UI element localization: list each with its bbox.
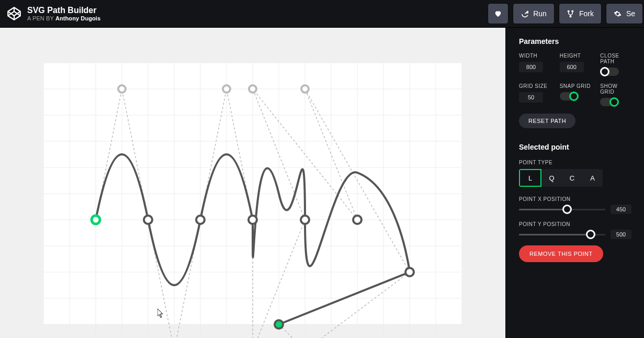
- snap-grid-toggle[interactable]: [560, 92, 579, 100]
- heart-icon: [494, 9, 502, 18]
- svg-canvas[interactable]: [43, 63, 462, 324]
- snap-grid-label: SNAP GRID: [560, 83, 591, 89]
- topbar: SVG Path Builder A PEN BY Anthony Dugois…: [0, 0, 644, 28]
- type-a-button[interactable]: A: [582, 169, 603, 187]
- author-link[interactable]: Anthony Dugois: [55, 15, 100, 21]
- point-y-slider[interactable]: [519, 234, 605, 235]
- remove-point-button[interactable]: REMOVE THIS POINT: [519, 245, 603, 262]
- page-title: SVG Path Builder: [27, 6, 100, 15]
- point-x-value[interactable]: [611, 205, 631, 214]
- point-y-value[interactable]: [611, 230, 631, 239]
- main-split: Parameters WIDTH HEIGHT CLOSE PATH GRID …: [0, 28, 644, 338]
- show-grid-toggle[interactable]: [600, 98, 619, 106]
- anchor-point[interactable]: [301, 216, 309, 224]
- anchor-point[interactable]: [275, 320, 283, 329]
- settings-button[interactable]: Se: [606, 3, 643, 24]
- type-q-button[interactable]: Q: [541, 169, 562, 187]
- grid-size-label: GRID SIZE: [519, 83, 550, 89]
- point-x-slider[interactable]: [519, 209, 605, 210]
- title-block: SVG Path Builder A PEN BY Anthony Dugois: [27, 6, 100, 21]
- height-input[interactable]: [560, 62, 584, 72]
- svg-point-2: [570, 16, 572, 17]
- control-handle[interactable]: [249, 85, 256, 93]
- point-x-label: POINT X POSITION: [519, 196, 570, 202]
- height-label: HEIGHT: [560, 53, 591, 59]
- anchor-point[interactable]: [405, 268, 414, 276]
- grid-size-input[interactable]: [519, 92, 543, 103]
- anchor-point[interactable]: [353, 216, 361, 224]
- reset-path-button[interactable]: RESET PATH: [519, 114, 575, 128]
- codepen-logo-icon[interactable]: [6, 6, 22, 21]
- point-type-segment: L Q C A: [519, 169, 603, 187]
- parameters-heading: Parameters: [519, 37, 631, 46]
- control-handle[interactable]: [118, 85, 126, 93]
- anchor-point[interactable]: [92, 216, 100, 224]
- show-grid-label: SHOW GRID: [600, 83, 631, 95]
- type-l-button[interactable]: L: [519, 169, 541, 187]
- subtitle: A PEN BY Anthony Dugois: [27, 15, 100, 21]
- run-button[interactable]: Run: [513, 3, 555, 24]
- fork-icon: [567, 9, 575, 18]
- run-icon: [521, 9, 529, 18]
- svg-point-1: [572, 10, 573, 12]
- control-handle[interactable]: [223, 85, 230, 93]
- fork-button[interactable]: Fork: [559, 3, 602, 24]
- anchor-point[interactable]: [248, 216, 257, 224]
- anchor-point[interactable]: [196, 216, 205, 224]
- width-input[interactable]: [519, 62, 543, 72]
- selected-point-heading: Selected point: [519, 143, 631, 151]
- heart-button[interactable]: [488, 3, 509, 24]
- type-c-button[interactable]: C: [562, 169, 582, 187]
- anchor-point[interactable]: [144, 216, 152, 224]
- point-y-label: POINT Y POSITION: [519, 221, 570, 227]
- close-path-toggle[interactable]: [600, 67, 619, 76]
- control-handle[interactable]: [301, 85, 309, 93]
- canvas-area[interactable]: [0, 28, 506, 338]
- svg-point-0: [568, 10, 570, 12]
- gear-icon: [614, 9, 622, 18]
- sidebar: Parameters WIDTH HEIGHT CLOSE PATH GRID …: [506, 28, 644, 338]
- width-label: WIDTH: [519, 53, 550, 59]
- close-path-label: CLOSE PATH: [600, 53, 631, 64]
- point-type-label: POINT TYPE: [519, 160, 552, 165]
